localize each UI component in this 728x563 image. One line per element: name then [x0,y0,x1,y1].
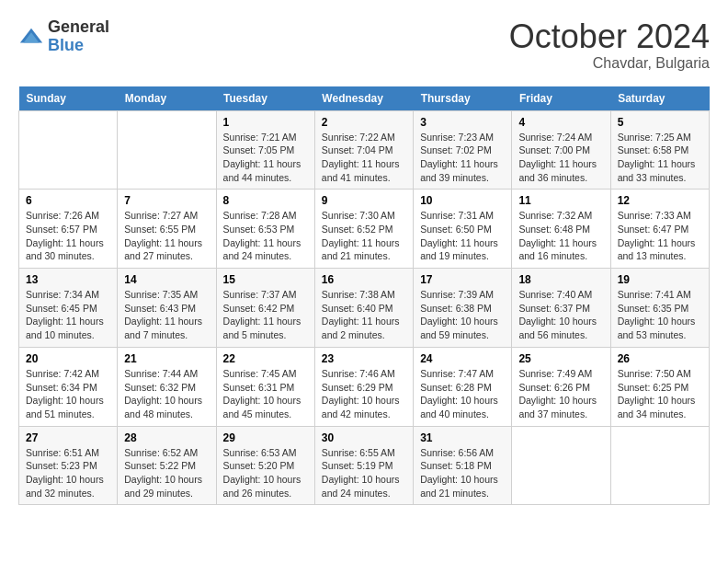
day-info: Sunrise: 7:26 AM Sunset: 6:57 PM Dayligh… [26,209,110,263]
day-number: 4 [518,116,603,129]
day-info: Sunrise: 7:33 AM Sunset: 6:47 PM Dayligh… [618,209,702,263]
day-number: 19 [618,273,702,286]
day-number: 27 [26,431,110,444]
calendar-cell [512,426,610,505]
calendar-cell: 26Sunrise: 7:50 AM Sunset: 6:25 PM Dayli… [610,347,709,426]
day-info: Sunrise: 7:28 AM Sunset: 6:53 PM Dayligh… [223,209,308,263]
day-number: 6 [26,194,110,207]
column-header-tuesday: Tuesday [216,86,314,111]
day-number: 30 [322,431,406,444]
day-number: 5 [618,116,702,129]
logo-icon [18,24,44,50]
column-header-wednesday: Wednesday [314,86,413,111]
location-subtitle: Chavdar, Bulgaria [509,55,710,72]
calendar-cell: 7Sunrise: 7:27 AM Sunset: 6:55 PM Daylig… [118,190,216,269]
calendar-cell: 14Sunrise: 7:35 AM Sunset: 6:43 PM Dayli… [118,269,216,348]
day-info: Sunrise: 7:41 AM Sunset: 6:35 PM Dayligh… [618,288,702,342]
logo-blue-text: Blue [48,37,109,55]
day-number: 11 [518,194,603,207]
day-info: Sunrise: 7:49 AM Sunset: 6:26 PM Dayligh… [518,367,603,421]
day-number: 23 [322,352,406,365]
calendar-cell: 11Sunrise: 7:32 AM Sunset: 6:48 PM Dayli… [512,190,610,269]
day-info: Sunrise: 7:35 AM Sunset: 6:43 PM Dayligh… [124,288,209,342]
calendar-cell: 29Sunrise: 6:53 AM Sunset: 5:20 PM Dayli… [216,426,314,505]
column-header-sunday: Sunday [19,86,118,111]
calendar-cell: 19Sunrise: 7:41 AM Sunset: 6:35 PM Dayli… [610,269,709,348]
calendar-cell: 25Sunrise: 7:49 AM Sunset: 6:26 PM Dayli… [512,347,610,426]
calendar-week-row: 1Sunrise: 7:21 AM Sunset: 7:05 PM Daylig… [19,110,710,190]
day-info: Sunrise: 7:46 AM Sunset: 6:29 PM Dayligh… [322,367,406,421]
day-info: Sunrise: 6:55 AM Sunset: 5:19 PM Dayligh… [322,446,406,500]
day-number: 25 [518,352,603,365]
day-number: 7 [124,194,209,207]
calendar-cell [118,110,216,190]
day-number: 22 [223,352,308,365]
day-info: Sunrise: 6:51 AM Sunset: 5:23 PM Dayligh… [26,446,110,500]
day-info: Sunrise: 7:34 AM Sunset: 6:45 PM Dayligh… [26,288,110,342]
calendar-cell: 4Sunrise: 7:24 AM Sunset: 7:00 PM Daylig… [512,110,610,190]
calendar-cell: 5Sunrise: 7:25 AM Sunset: 6:58 PM Daylig… [610,110,709,190]
calendar-week-row: 20Sunrise: 7:42 AM Sunset: 6:34 PM Dayli… [19,347,710,426]
day-number: 3 [420,116,505,129]
column-header-friday: Friday [512,86,610,111]
calendar-cell: 3Sunrise: 7:23 AM Sunset: 7:02 PM Daylig… [414,110,512,190]
day-info: Sunrise: 7:38 AM Sunset: 6:40 PM Dayligh… [322,288,406,342]
calendar-cell: 6Sunrise: 7:26 AM Sunset: 6:57 PM Daylig… [19,190,118,269]
calendar-cell: 23Sunrise: 7:46 AM Sunset: 6:29 PM Dayli… [314,347,413,426]
calendar-week-row: 27Sunrise: 6:51 AM Sunset: 5:23 PM Dayli… [19,426,710,505]
day-number: 1 [223,116,308,129]
day-number: 26 [618,352,702,365]
calendar-cell: 28Sunrise: 6:52 AM Sunset: 5:22 PM Dayli… [118,426,216,505]
day-info: Sunrise: 7:42 AM Sunset: 6:34 PM Dayligh… [26,367,110,421]
calendar-week-row: 13Sunrise: 7:34 AM Sunset: 6:45 PM Dayli… [19,269,710,348]
day-info: Sunrise: 7:27 AM Sunset: 6:55 PM Dayligh… [124,209,209,263]
calendar-table: SundayMondayTuesdayWednesdayThursdayFrid… [18,86,710,506]
calendar-cell: 1Sunrise: 7:21 AM Sunset: 7:05 PM Daylig… [216,110,314,190]
calendar-cell: 12Sunrise: 7:33 AM Sunset: 6:47 PM Dayli… [610,190,709,269]
day-number: 14 [124,273,209,286]
day-number: 16 [322,273,406,286]
day-number: 9 [322,194,406,207]
column-header-saturday: Saturday [610,86,709,111]
day-info: Sunrise: 7:47 AM Sunset: 6:28 PM Dayligh… [420,367,505,421]
calendar-week-row: 6Sunrise: 7:26 AM Sunset: 6:57 PM Daylig… [19,190,710,269]
calendar-cell: 10Sunrise: 7:31 AM Sunset: 6:50 PM Dayli… [414,190,512,269]
column-header-thursday: Thursday [414,86,512,111]
logo-general-text: General [48,18,109,37]
calendar-cell: 8Sunrise: 7:28 AM Sunset: 6:53 PM Daylig… [216,190,314,269]
day-number: 8 [223,194,308,207]
day-number: 15 [223,273,308,286]
day-info: Sunrise: 7:37 AM Sunset: 6:42 PM Dayligh… [223,288,308,342]
day-number: 20 [26,352,110,365]
calendar-cell [19,110,118,190]
day-info: Sunrise: 7:23 AM Sunset: 7:02 PM Dayligh… [420,131,505,185]
calendar-cell: 31Sunrise: 6:56 AM Sunset: 5:18 PM Dayli… [414,426,512,505]
day-number: 29 [223,431,308,444]
day-info: Sunrise: 7:30 AM Sunset: 6:52 PM Dayligh… [322,209,406,263]
day-info: Sunrise: 7:32 AM Sunset: 6:48 PM Dayligh… [518,209,603,263]
title-section: October 2024 Chavdar, Bulgaria [509,18,710,72]
day-number: 24 [420,352,505,365]
day-info: Sunrise: 7:39 AM Sunset: 6:38 PM Dayligh… [420,288,505,342]
day-number: 10 [420,194,505,207]
day-info: Sunrise: 7:24 AM Sunset: 7:00 PM Dayligh… [518,131,603,185]
day-info: Sunrise: 7:25 AM Sunset: 6:58 PM Dayligh… [618,131,702,185]
calendar-cell: 15Sunrise: 7:37 AM Sunset: 6:42 PM Dayli… [216,269,314,348]
day-info: Sunrise: 7:44 AM Sunset: 6:32 PM Dayligh… [124,367,209,421]
calendar-cell: 17Sunrise: 7:39 AM Sunset: 6:38 PM Dayli… [414,269,512,348]
calendar-cell: 18Sunrise: 7:40 AM Sunset: 6:37 PM Dayli… [512,269,610,348]
day-info: Sunrise: 6:56 AM Sunset: 5:18 PM Dayligh… [420,446,505,500]
column-header-monday: Monday [118,86,216,111]
day-number: 31 [420,431,505,444]
calendar-cell: 13Sunrise: 7:34 AM Sunset: 6:45 PM Dayli… [19,269,118,348]
calendar-header-row: SundayMondayTuesdayWednesdayThursdayFrid… [19,86,710,111]
day-info: Sunrise: 7:31 AM Sunset: 6:50 PM Dayligh… [420,209,505,263]
page-header: General Blue October 2024 Chavdar, Bulga… [18,18,710,72]
calendar-cell: 27Sunrise: 6:51 AM Sunset: 5:23 PM Dayli… [19,426,118,505]
calendar-cell: 2Sunrise: 7:22 AM Sunset: 7:04 PM Daylig… [314,110,413,190]
day-number: 21 [124,352,209,365]
day-number: 18 [518,273,603,286]
day-info: Sunrise: 6:53 AM Sunset: 5:20 PM Dayligh… [223,446,308,500]
day-info: Sunrise: 7:40 AM Sunset: 6:37 PM Dayligh… [518,288,603,342]
day-info: Sunrise: 7:45 AM Sunset: 6:31 PM Dayligh… [223,367,308,421]
